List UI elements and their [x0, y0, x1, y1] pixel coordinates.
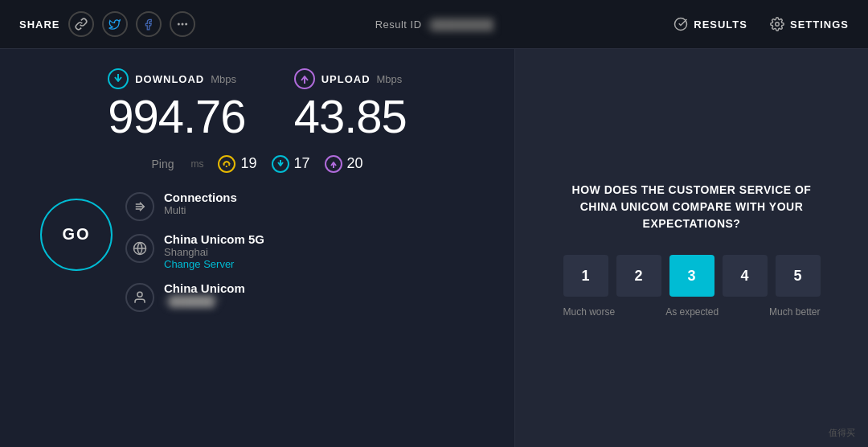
svg-point-9 — [219, 156, 235, 172]
network-location: Shanghai — [164, 246, 264, 258]
svg-point-3 — [675, 18, 687, 31]
header-right: RESULTS SETTINGS — [674, 17, 849, 31]
isp-icon — [125, 283, 154, 312]
ping-download-value: 17 — [294, 155, 310, 172]
settings-label: SETTINGS — [790, 18, 849, 31]
isp-label: China Unicom — [164, 281, 245, 295]
upload-metric: UPLOAD Mbps 43.85 — [294, 68, 407, 142]
download-value: 994.76 — [108, 91, 245, 142]
main-content: DOWNLOAD Mbps 994.76 UPLOAD Mbps 43.85 — [0, 49, 868, 447]
download-header: DOWNLOAD Mbps — [108, 68, 245, 89]
svg-point-1 — [182, 23, 182, 24]
rating-btn-4[interactable]: 4 — [723, 255, 768, 297]
twitter-icon[interactable] — [102, 11, 128, 37]
survey-panel: HOW DOES THE CUSTOMER SERVICE OF CHINA U… — [514, 49, 868, 447]
rating-btn-1[interactable]: 1 — [563, 255, 608, 297]
ping-upload: 20 — [325, 155, 363, 173]
survey-question: HOW DOES THE CUSTOMER SERVICE OF CHINA U… — [555, 182, 829, 232]
connections-item: Connections Multi — [125, 191, 264, 221]
ping-upload-value: 20 — [347, 155, 363, 172]
rating-btn-3[interactable]: 3 — [669, 255, 714, 297]
network-item: China Unicom 5G Shanghai Change Server — [125, 232, 264, 270]
watermark: 值得买 — [829, 427, 855, 439]
svg-point-0 — [178, 23, 178, 24]
rating-btn-5[interactable]: 5 — [776, 255, 821, 297]
svg-point-18 — [137, 292, 142, 297]
connections-icon — [125, 192, 154, 221]
connections-title: Connections — [164, 191, 237, 204]
ping-idle: 19 — [218, 155, 256, 173]
results-label: RESULTS — [694, 18, 747, 31]
upload-unit: Mbps — [377, 73, 403, 85]
download-label: DOWNLOAD — [135, 73, 204, 85]
more-icon[interactable] — [170, 11, 195, 37]
speed-metrics: DOWNLOAD Mbps 994.76 UPLOAD Mbps 43.85 — [108, 68, 407, 142]
connections-text: Connections Multi — [164, 191, 237, 216]
svg-point-2 — [186, 23, 186, 24]
share-label: SHARE — [19, 18, 60, 31]
facebook-icon[interactable] — [136, 11, 162, 37]
header: SHARE Result ID 1████████ — [0, 0, 868, 49]
isp-text: China Unicom 3██████7 — [164, 281, 245, 307]
ping-label: Ping — [151, 158, 174, 170]
results-button[interactable]: RESULTS — [674, 17, 747, 31]
rating-label-left: Much worse — [563, 306, 616, 318]
network-label: China Unicom 5G — [164, 232, 264, 246]
svg-point-4 — [776, 23, 780, 27]
rating-btn-2[interactable]: 2 — [616, 255, 661, 297]
rating-label-center: As expected — [665, 306, 719, 318]
link-icon[interactable] — [68, 11, 94, 37]
result-id: Result ID 1████████ — [375, 18, 494, 31]
download-metric: DOWNLOAD Mbps 994.76 — [108, 68, 245, 142]
left-panel: DOWNLOAD Mbps 994.76 UPLOAD Mbps 43.85 — [0, 49, 514, 447]
rating-row: 1 2 3 4 5 — [563, 255, 821, 297]
ping-unit: ms — [190, 158, 203, 170]
ping-download: 17 — [272, 155, 310, 173]
upload-header: UPLOAD Mbps — [294, 68, 407, 89]
rating-labels: Much worse As expected Much better — [563, 306, 821, 318]
ping-idle-value: 19 — [240, 155, 256, 172]
upload-value: 43.85 — [294, 91, 407, 142]
info-row: GO Connections Multi — [40, 191, 474, 312]
share-section: SHARE — [19, 11, 195, 37]
connections-value: Multi — [164, 204, 237, 216]
download-unit: Mbps — [211, 73, 236, 85]
network-icon — [125, 234, 154, 263]
isp-item: China Unicom 3██████7 — [125, 281, 264, 312]
ping-row: Ping ms 19 17 — [151, 155, 362, 173]
settings-button[interactable]: SETTINGS — [770, 17, 849, 31]
server-info: Connections Multi China Unicom 5G Sh — [125, 191, 264, 312]
isp-value: 3██████7 — [164, 295, 245, 307]
upload-label: UPLOAD — [321, 73, 371, 85]
network-text: China Unicom 5G Shanghai Change Server — [164, 232, 264, 270]
go-button[interactable]: GO — [40, 199, 113, 271]
change-server-link[interactable]: Change Server — [164, 258, 264, 270]
rating-label-right: Much better — [769, 306, 820, 318]
